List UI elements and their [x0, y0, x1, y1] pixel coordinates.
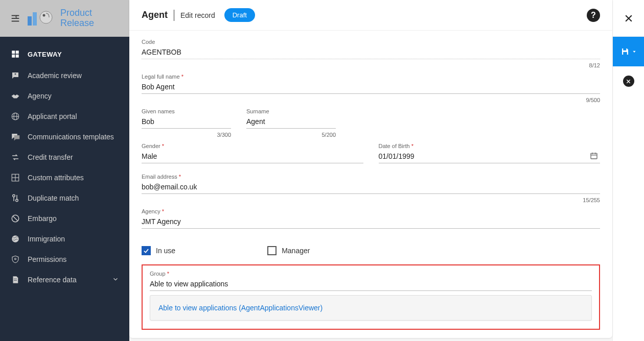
nav-item-duplicate-match[interactable]: Duplicate match: [0, 188, 129, 208]
dob-input[interactable]: [379, 151, 601, 163]
chevron-down-icon: [112, 276, 119, 284]
caret-down-icon: [632, 50, 636, 54]
divider: [174, 10, 174, 21]
nav-label: Reference data: [28, 276, 77, 284]
manager-label: Manager: [282, 247, 310, 255]
svg-marker-33: [633, 51, 635, 53]
checkbox-icon-unchecked: [267, 246, 277, 255]
svg-rect-8: [16, 51, 19, 54]
legal-name-label: Legal full name *: [142, 74, 600, 80]
nav-item-reference-data[interactable]: Reference data: [0, 270, 129, 290]
nav-item-communications-templates[interactable]: Communications templates: [0, 127, 129, 147]
cancel-icon: [623, 76, 634, 87]
nav-label: Duplicate match: [28, 194, 79, 202]
close-icon: [624, 13, 634, 23]
chat-icon: [10, 132, 20, 142]
sidebar: Product Release GATEWAY Academic review …: [0, 0, 129, 341]
field-agency: Agency *: [142, 208, 600, 230]
code-label: Code: [142, 39, 600, 45]
shield-icon: [10, 254, 20, 264]
cancel-button[interactable]: [613, 66, 644, 96]
autocomplete-option[interactable]: Able to view applications (AgentApplicat…: [150, 295, 592, 321]
field-legal-name: Legal full name *: [142, 74, 600, 95]
gender-select[interactable]: [142, 151, 363, 163]
nav-item-immigration[interactable]: Immigration: [0, 229, 129, 249]
code-counter: 8/12: [142, 62, 600, 68]
save-button[interactable]: [613, 37, 644, 66]
document-icon: [10, 275, 20, 285]
nav-item-embargo[interactable]: Embargo: [0, 208, 129, 229]
main-content: Agent Edit record Draft ? Code 8/12 Lega…: [129, 0, 612, 338]
sidebar-nav: GATEWAY Academic review Agency Applicant…: [0, 37, 129, 290]
grid-icon: [10, 173, 20, 183]
help-button[interactable]: ?: [587, 9, 600, 22]
calendar-icon[interactable]: [590, 152, 598, 161]
field-gender: Gender *: [142, 143, 363, 164]
field-dob: Date of Birth *: [379, 143, 601, 164]
email-counter: 15/255: [142, 197, 600, 203]
status-badge: Draft: [224, 8, 255, 22]
nav-item-agency[interactable]: Agency: [0, 86, 129, 106]
legal-name-input[interactable]: [142, 81, 600, 94]
nav-section-gateway[interactable]: GATEWAY: [0, 43, 129, 65]
code-input[interactable]: [142, 46, 600, 59]
nav-item-permissions[interactable]: Permissions: [0, 249, 129, 270]
dashboard-icon: [10, 49, 20, 59]
email-input[interactable]: [142, 181, 600, 194]
brand-logo[interactable]: Product Release: [26, 7, 94, 30]
nav-item-credit-transfer[interactable]: Credit transfer: [0, 147, 129, 167]
handshake-icon: [10, 91, 20, 101]
block-icon: [10, 213, 20, 224]
menu-collapse-icon: [10, 13, 21, 24]
sidebar-header: Product Release: [0, 0, 129, 37]
svg-rect-31: [623, 48, 626, 51]
nav-label: Permissions: [28, 255, 66, 263]
field-given-names: Given names: [142, 108, 231, 130]
surname-input[interactable]: [246, 116, 336, 129]
form: Code 8/12 Legal full name * 9/500 Given …: [129, 31, 612, 338]
field-surname: Surname: [246, 108, 336, 130]
svg-point-23: [12, 235, 19, 242]
gender-label: Gender *: [142, 143, 363, 149]
checkbox-manager[interactable]: Manager: [267, 246, 310, 255]
surname-counter: 5/200: [246, 132, 336, 138]
brand-name: Product Release: [60, 8, 94, 29]
svg-point-18: [16, 199, 18, 202]
comment-plus-icon: [10, 70, 20, 81]
world-icon: [10, 234, 20, 244]
field-email: Email address *: [142, 174, 600, 195]
svg-rect-25: [591, 153, 597, 159]
nav-label: Embargo: [28, 214, 57, 223]
svg-rect-7: [12, 51, 15, 54]
nav-label: Custom attributes: [28, 174, 84, 182]
nav-item-academic-review[interactable]: Academic review: [0, 65, 129, 86]
given-names-counter: 3/300: [142, 132, 231, 138]
nav-section-label: GATEWAY: [28, 51, 62, 58]
topbar: Agent Edit record Draft ?: [129, 0, 612, 31]
nav-label: Applicant portal: [28, 112, 77, 120]
given-names-input[interactable]: [142, 116, 231, 129]
legal-name-counter: 9/500: [142, 97, 600, 103]
group-section-highlighted: Group * Able to view applications (Agent…: [142, 264, 600, 330]
group-input[interactable]: [150, 278, 592, 291]
dob-label: Date of Birth *: [379, 143, 601, 149]
nav-item-custom-attributes[interactable]: Custom attributes: [0, 167, 129, 188]
svg-rect-3: [28, 16, 32, 26]
email-label: Email address *: [142, 174, 600, 180]
agency-input[interactable]: [142, 216, 600, 229]
entity-title: Agent: [142, 10, 168, 20]
row-gender-dob: Gender * Date of Birth *: [142, 143, 600, 174]
menu-toggle-button[interactable]: [5, 8, 26, 29]
close-button[interactable]: [613, 0, 644, 37]
in-use-label: In use: [156, 247, 175, 255]
checkbox-in-use[interactable]: In use: [142, 246, 175, 255]
svg-rect-4: [33, 12, 37, 26]
logo-mark-icon: [26, 7, 56, 30]
nav-item-applicant-portal[interactable]: Applicant portal: [0, 106, 129, 127]
row-names: Given names 3/300 Surname 5/200: [142, 108, 600, 143]
svg-rect-9: [12, 55, 15, 58]
svg-point-24: [15, 258, 16, 260]
nav-label: Communications templates: [28, 133, 114, 141]
nav-label: Credit transfer: [28, 153, 73, 161]
svg-rect-32: [623, 52, 627, 55]
